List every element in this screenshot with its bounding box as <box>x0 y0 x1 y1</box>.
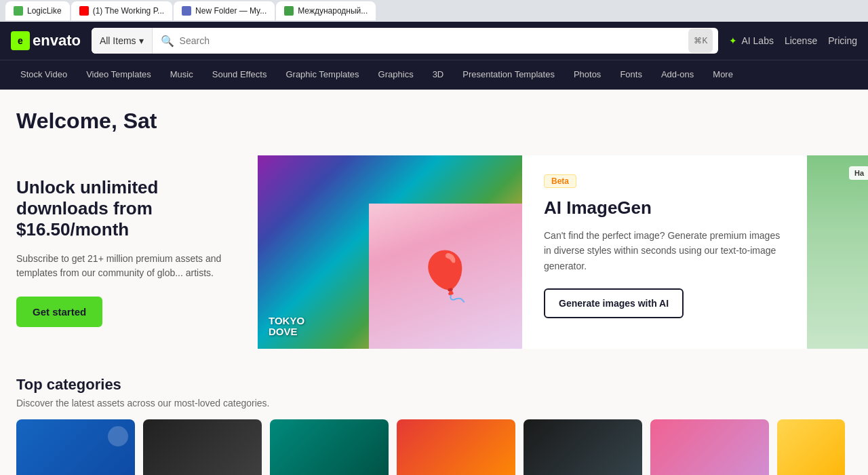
cat-nav-music[interactable]: Music <box>161 60 203 90</box>
search-input-wrapper: 🔍 <box>153 35 689 48</box>
category-nav: Stock Video Video Templates Music Sound … <box>0 60 868 90</box>
logo-icon: e <box>11 31 30 50</box>
tab-label-yt: (1) The Working P... <box>93 6 164 16</box>
ai-description: Can't find the perfect image? Generate p… <box>544 228 785 273</box>
cat-nav-more-label: More <box>713 69 733 79</box>
tab-icon-logiclike <box>14 6 23 16</box>
cat-nav-graphic-templates[interactable]: Graphic Templates <box>276 60 368 90</box>
cat-nav-stock-video[interactable]: Stock Video <box>11 60 77 90</box>
keyboard-shortcut-button[interactable]: ⌘K <box>688 28 713 53</box>
cat-nav-video-templates-label: Video Templates <box>86 69 151 79</box>
tab-icon-folder <box>182 6 191 16</box>
card-ai-imagegen: Beta AI ImageGen Can't find the perfect … <box>522 155 807 349</box>
tab-logiclike[interactable]: LogicLike <box>5 1 70 20</box>
cat-nav-fonts-label: Fonts <box>620 69 642 79</box>
tab-label-intl: Международный... <box>298 6 368 16</box>
cat-card-1[interactable] <box>16 419 135 475</box>
card-right-partial: Ha <box>807 155 868 349</box>
search-icon: 🔍 <box>161 35 174 48</box>
card-image-collage: 🎈 TokyoDove <box>258 155 522 349</box>
cat-card-6[interactable] <box>650 419 769 475</box>
welcome-section: Welcome, Sat <box>0 90 868 145</box>
cat-card-4[interactable] <box>397 419 515 475</box>
balloon-area: 🎈 <box>369 204 522 348</box>
search-dropdown-label: All Items <box>100 35 136 46</box>
top-categories-section: Top categories Discover the latest asset… <box>0 360 868 475</box>
cat-nav-photos[interactable]: Photos <box>564 60 610 90</box>
cat-nav-add-ons[interactable]: Add-ons <box>652 60 703 90</box>
get-started-button[interactable]: Get started <box>16 297 102 327</box>
cat-nav-3d-label: 3D <box>433 69 444 79</box>
cat-nav-video-templates[interactable]: Video Templates <box>77 60 161 90</box>
search-category-dropdown[interactable]: All Items ▾ <box>92 28 153 54</box>
main-navbar: e envato All Items ▾ 🔍 ⌘K ✦ AI Labs Lice… <box>0 22 868 60</box>
cat-card-1-accent <box>108 426 128 446</box>
card-image-text-overlay: TokyoDove <box>269 316 304 338</box>
card-unlock-title: Unlock unlimited downloads from $16.50/m… <box>16 177 241 241</box>
pricing-button[interactable]: Pricing <box>828 35 857 46</box>
generate-images-button[interactable]: Generate images with AI <box>544 288 684 318</box>
tab-label-logiclike: LogicLike <box>27 6 62 16</box>
chevron-down-icon: ▾ <box>139 35 144 46</box>
cat-card-5[interactable] <box>524 419 642 475</box>
cat-nav-fonts[interactable]: Fonts <box>610 60 652 90</box>
category-cards-grid: HANU <box>16 419 852 475</box>
card-unlock-subtitle: Subscribe to get 21+ million premium ass… <box>16 252 241 280</box>
section-title-text: Top categories <box>16 376 121 393</box>
cat-nav-presentation-templates-label: Presentation Templates <box>462 69 555 79</box>
tab-icon-intl <box>284 6 294 16</box>
tab-youtube[interactable]: (1) The Working P... <box>71 1 172 20</box>
search-bar: All Items ▾ 🔍 ⌘K <box>92 28 719 54</box>
beta-badge: Beta <box>544 174 576 188</box>
browser-tabs-bar: LogicLike (1) The Working P... New Folde… <box>0 0 868 22</box>
license-button[interactable]: License <box>785 35 817 46</box>
cat-nav-sound-effects-label: Sound Effects <box>212 69 267 79</box>
cat-nav-3d[interactable]: 3D <box>423 60 454 90</box>
ai-labs-icon: ✦ <box>729 35 737 46</box>
cat-nav-more[interactable]: More <box>703 60 743 90</box>
section-title: Top categories <box>16 376 852 394</box>
cat-nav-graphics-label: Graphics <box>378 69 414 79</box>
card-unlock: Unlock unlimited downloads from $16.50/m… <box>0 155 258 349</box>
cat-nav-graphics[interactable]: Graphics <box>369 60 423 90</box>
tab-folder[interactable]: New Folder — My... <box>174 1 275 20</box>
cat-nav-sound-effects[interactable]: Sound Effects <box>203 60 277 90</box>
logo-text: envato <box>33 32 81 50</box>
cat-nav-graphic-templates-label: Graphic Templates <box>285 69 359 79</box>
ai-labs-button[interactable]: ✦ AI Labs <box>729 35 773 46</box>
cat-card-2[interactable]: HANU <box>143 419 262 475</box>
ha-badge: Ha <box>849 166 868 180</box>
section-subtitle: Discover the latest assets across our mo… <box>16 398 852 408</box>
cat-nav-photos-label: Photos <box>574 69 601 79</box>
cat-nav-add-ons-label: Add-ons <box>661 69 694 79</box>
balloon-emoji: 🎈 <box>416 248 475 304</box>
search-extras: ⌘K <box>688 28 718 53</box>
tab-icon-yt <box>79 6 89 16</box>
cat-nav-stock-video-label: Stock Video <box>20 69 67 79</box>
tab-label-folder: New Folder — My... <box>195 6 267 16</box>
ai-labs-label: AI Labs <box>741 35 773 46</box>
search-input[interactable] <box>180 35 681 46</box>
cat-card-3[interactable] <box>270 419 389 475</box>
tab-intl[interactable]: Международный... <box>276 1 376 20</box>
pricing-label: Pricing <box>828 35 857 46</box>
cat-nav-music-label: Music <box>170 69 193 79</box>
ai-title: AI ImageGen <box>544 197 785 218</box>
card-right-partial-image <box>807 155 868 349</box>
envato-logo[interactable]: e envato <box>11 31 81 50</box>
license-label: License <box>785 35 817 46</box>
promo-cards-row: Unlock unlimited downloads from $16.50/m… <box>0 145 868 360</box>
cat-nav-presentation-templates[interactable]: Presentation Templates <box>453 60 564 90</box>
welcome-title: Welcome, Sat <box>16 109 852 134</box>
cat-card-7[interactable] <box>777 419 845 475</box>
